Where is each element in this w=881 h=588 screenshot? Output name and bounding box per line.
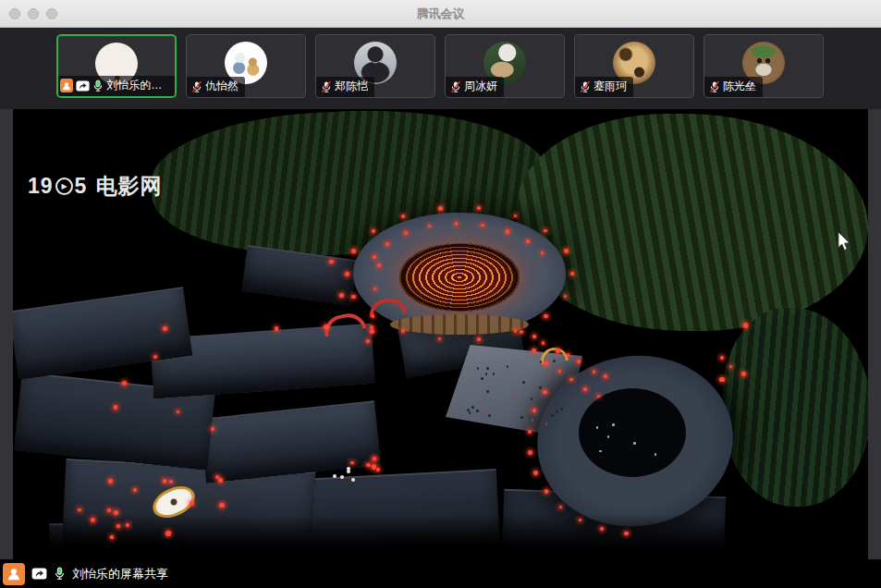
microphone-muted-icon xyxy=(580,80,591,93)
red-lantern xyxy=(556,349,560,353)
crowd-person-dot xyxy=(476,410,479,412)
red-lantern xyxy=(558,370,561,373)
crowd-person-dot xyxy=(539,386,542,389)
tulou-wall xyxy=(390,314,529,335)
red-lantern xyxy=(373,288,376,290)
red-lantern xyxy=(438,337,441,340)
courtyard-light xyxy=(655,453,657,456)
red-lantern xyxy=(218,478,223,483)
red-lantern xyxy=(177,410,179,413)
crowd-person-dot xyxy=(507,365,509,368)
participant-thumbnail-zhoubingyan[interactable]: 周冰妍 xyxy=(445,34,565,98)
red-lantern xyxy=(329,260,333,263)
red-lantern xyxy=(481,224,483,227)
red-lantern xyxy=(544,314,547,318)
letterbox-shadow xyxy=(13,514,868,559)
red-lantern xyxy=(108,479,112,483)
microphone-muted-icon xyxy=(709,80,720,93)
red-lantern xyxy=(564,295,567,298)
crowd-person-dot xyxy=(481,377,483,380)
participant-label: 陈光垒 xyxy=(704,77,763,97)
red-lantern xyxy=(729,365,732,368)
crowd-person-dot xyxy=(520,416,523,419)
participant-name: 陈光垒 xyxy=(723,79,756,94)
participant-label: 郑陈恺 xyxy=(316,77,374,97)
crowd-person-dot xyxy=(493,373,496,375)
terraced-hills xyxy=(517,114,868,331)
crowd-person-dot xyxy=(551,414,554,417)
shared-screen-video: 19▶5 电影网 xyxy=(13,109,868,559)
red-lantern xyxy=(579,519,581,521)
red-lantern xyxy=(541,251,544,254)
red-lantern xyxy=(544,361,547,365)
red-lantern xyxy=(593,370,596,374)
watermark-text: 5 xyxy=(75,174,88,199)
red-lantern xyxy=(564,249,569,253)
red-lantern xyxy=(528,430,532,434)
red-lantern xyxy=(719,377,724,382)
village-rooftop xyxy=(200,400,381,483)
red-lantern xyxy=(532,349,535,352)
crowd-person-dot xyxy=(485,410,488,412)
screen-share-icon xyxy=(31,568,47,580)
watermark-brand: 电影网 xyxy=(95,172,162,201)
participant-thumbnail-qiuyiran[interactable]: 仇怡然 xyxy=(186,34,306,98)
red-lantern xyxy=(533,471,538,475)
microphone-muted-icon xyxy=(450,80,461,93)
red-lantern xyxy=(163,479,166,483)
red-lantern xyxy=(720,356,724,360)
red-lantern xyxy=(506,229,509,233)
red-lantern xyxy=(438,206,443,211)
red-lantern xyxy=(78,508,80,511)
participant-name: 仇怡然 xyxy=(205,79,239,94)
red-lantern xyxy=(545,489,548,493)
participant-name: 周冰妍 xyxy=(464,79,497,94)
red-lantern xyxy=(190,501,194,506)
red-lantern xyxy=(339,293,344,298)
red-lantern xyxy=(624,532,629,536)
participant-thumbnail-chenguanglei[interactable]: 陈光垒 xyxy=(704,34,824,98)
crowd-person-dot xyxy=(531,398,533,400)
participant-name: 刘怡乐的屏... xyxy=(106,78,168,93)
red-lantern xyxy=(741,372,746,376)
participant-strip: 刘怡乐的屏... 仇怡然 郑陈恺 xyxy=(0,28,881,109)
participant-thumbnail-liuyile[interactable]: 刘怡乐的屏... xyxy=(56,34,177,98)
red-lantern xyxy=(385,242,389,246)
play-circle-icon: ▶ xyxy=(55,178,73,195)
participant-label: 周冰妍 xyxy=(446,77,504,97)
red-lantern xyxy=(107,508,111,512)
crowd-person-dot xyxy=(548,374,551,377)
tulou-courtyard-lit xyxy=(399,243,520,312)
crowd-person-dot xyxy=(522,381,525,384)
red-lantern xyxy=(377,263,381,267)
microphone-muted-icon xyxy=(191,80,202,93)
red-lantern xyxy=(372,229,375,233)
red-lantern xyxy=(370,329,374,334)
red-lantern xyxy=(324,325,328,329)
red-lantern xyxy=(542,341,545,345)
red-lantern xyxy=(376,468,380,472)
red-lantern xyxy=(570,272,574,276)
participant-thumbnail-jianyuke[interactable]: 蹇雨珂 xyxy=(574,34,694,98)
red-lantern xyxy=(544,229,546,232)
screen-share-icon xyxy=(76,80,90,92)
courtyard-light xyxy=(596,426,599,429)
red-lantern xyxy=(514,214,517,217)
courtyard-light xyxy=(612,423,615,426)
red-lantern xyxy=(520,330,524,335)
red-lantern xyxy=(526,239,530,243)
red-lantern xyxy=(370,325,373,329)
red-lantern xyxy=(743,323,748,327)
tencent-meeting-window: 腾讯会议 刘怡乐的屏... xyxy=(0,0,881,588)
participant-label: 仇怡然 xyxy=(187,77,245,97)
red-lantern xyxy=(373,458,375,460)
stage-light xyxy=(340,475,344,479)
participant-thumbnail-zhengchenkai[interactable]: 郑陈恺 xyxy=(315,34,435,98)
crowd-person-dot xyxy=(556,410,558,413)
window-title: 腾讯会议 xyxy=(0,0,881,28)
red-lantern xyxy=(163,326,167,331)
red-lantern xyxy=(366,463,370,467)
red-lantern xyxy=(543,390,546,394)
courtyard-light xyxy=(599,450,602,453)
red-lantern xyxy=(211,427,214,431)
